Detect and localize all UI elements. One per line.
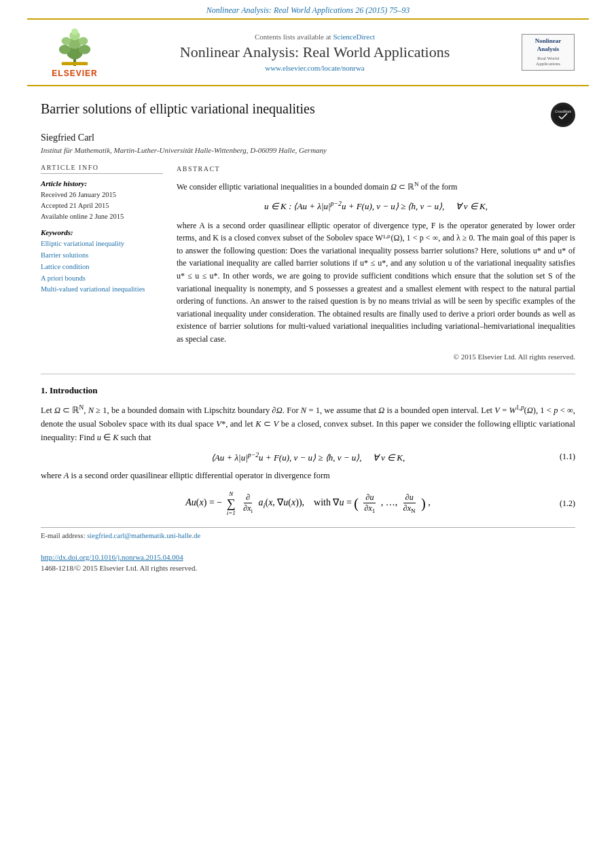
- svg-point-5: [62, 37, 71, 45]
- sciencedirect-link[interactable]: ScienceDirect: [333, 33, 375, 41]
- svg-point-3: [79, 45, 90, 54]
- received-date: Received 26 January 2015: [41, 190, 163, 200]
- eq1-content: ⟨Au + λ|u|p−2u + F(u), v − u⟩ ≥ ⟨h, v − …: [41, 451, 575, 463]
- journal-badge: NonlinearAnalysis Real WorldApplications: [521, 34, 575, 70]
- footnote: E-mail address: siegfried.carl@mathemati…: [41, 527, 575, 539]
- equation-1-1: ⟨Au + λ|u|p−2u + F(u), v − u⟩ ≥ ⟨h, v − …: [41, 451, 575, 463]
- abstract-formula: u ∈ K : ⟨Au + λ|u|p−2u + F(u), v − u⟩ ≥ …: [177, 198, 575, 213]
- article-info-heading: ARTICLE INFO: [41, 164, 163, 174]
- equation-1-2-label: (1.2): [560, 499, 575, 509]
- section-1-title: 1. Introduction: [41, 385, 575, 396]
- page-footer: http://dx.doi.org/10.1016/j.nonrwa.2015.…: [0, 548, 616, 577]
- svg-point-2: [59, 45, 71, 54]
- equation-1-1-label: (1.1): [560, 452, 575, 462]
- journal-title: Nonlinear Analysis: Real World Applicati…: [120, 43, 510, 61]
- journal-center: Contents lists available at ScienceDirec…: [120, 33, 510, 72]
- abstract-heading: ABSTRACT: [177, 164, 575, 175]
- abstract-body-text: where A is a second order quasilinear el…: [177, 219, 575, 346]
- article-info-abstract-section: ARTICLE INFO Article history: Received 2…: [41, 164, 575, 363]
- email-link[interactable]: siegfried.carl@mathematik.uni-halle.de: [87, 532, 200, 539]
- journal-citation: Nonlinear Analysis: Real World Applicati…: [0, 0, 616, 18]
- author-name: Siegfried Carl: [41, 132, 575, 143]
- section-divider: [41, 374, 575, 374]
- main-content: Barrier solutions of elliptic variationa…: [0, 100, 616, 363]
- intro-paragraph-2: where A is a second order quasilinear el…: [41, 469, 575, 482]
- keyword-3[interactable]: Lattice condition: [41, 263, 89, 270]
- elsevier-brand-text: ELSEVIER: [52, 69, 97, 78]
- keywords-label: Keywords:: [41, 228, 163, 236]
- svg-point-10: [554, 105, 573, 124]
- keyword-2[interactable]: Barrier solutions: [41, 251, 88, 259]
- keyword-4[interactable]: A priori bounds: [41, 274, 86, 282]
- abstract-copyright: © 2015 Elsevier Ltd. All rights reserved…: [177, 351, 575, 363]
- email-label: E-mail address:: [41, 532, 86, 539]
- equation-1-2: Au(x) = − N ∑ i=1 ∂ ∂xi ai(x, ∇u(x)), wi…: [41, 490, 575, 516]
- journal-url[interactable]: www.elsevier.com/locate/nonrwa: [120, 64, 510, 72]
- journal-header: ELSEVIER Contents lists available at Sci…: [27, 18, 589, 86]
- article-history-label: Article history:: [41, 179, 163, 187]
- svg-text:CrossMark: CrossMark: [555, 109, 572, 113]
- svg-point-6: [79, 37, 88, 45]
- nlanalysis-badge-box: NonlinearAnalysis Real WorldApplications: [522, 34, 575, 70]
- svg-point-8: [71, 29, 78, 35]
- introduction-section: 1. Introduction Let Ω ⊂ ℝN, N ≥ 1, be a …: [0, 385, 616, 539]
- keyword-5[interactable]: Multi-valued variational inequalities: [41, 285, 145, 293]
- eq2-content: Au(x) = − N ∑ i=1 ∂ ∂xi ai(x, ∇u(x)), wi…: [41, 490, 575, 516]
- accepted-date: Accepted 21 April 2015: [41, 200, 163, 211]
- available-date: Available online 2 June 2015: [41, 211, 163, 222]
- crossmark-badge: CrossMark: [551, 103, 575, 127]
- paper-title: Barrier solutions of elliptic variationa…: [41, 100, 543, 118]
- keyword-1[interactable]: Elliptic variational inequality: [41, 240, 124, 247]
- abstract-column: ABSTRACT We consider elliptic variationa…: [177, 164, 575, 363]
- article-info-column: ARTICLE INFO Article history: Received 2…: [41, 164, 163, 363]
- contents-available-text: Contents lists available at ScienceDirec…: [120, 33, 510, 41]
- doi-link[interactable]: http://dx.doi.org/10.1016/j.nonrwa.2015.…: [0, 548, 616, 564]
- intro-paragraph-1: Let Ω ⊂ ℝN, N ≥ 1, be a bounded domain w…: [41, 403, 575, 444]
- abstract-text-intro: We consider elliptic variational inequal…: [177, 180, 575, 194]
- svg-rect-9: [62, 62, 88, 65]
- footer-copyright: 1468-1218/© 2015 Elsevier Ltd. All right…: [0, 564, 616, 577]
- author-affiliation: Institut für Mathematik, Martin-Luther-U…: [41, 146, 575, 154]
- elsevier-logo: ELSEVIER: [41, 26, 109, 78]
